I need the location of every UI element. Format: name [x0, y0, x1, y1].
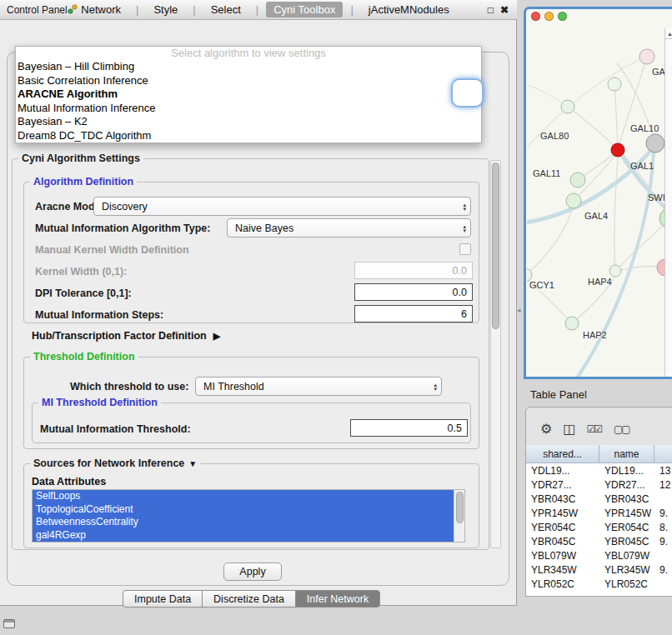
which-threshold-label: Which threshold to use: — [70, 381, 188, 392]
dpi-tolerance-field[interactable]: 0.0 — [354, 283, 473, 301]
selected-value: Discovery — [102, 201, 148, 212]
table-row[interactable]: YDR27...YDR27...12 — [526, 478, 672, 492]
mi-algorithm-type-label: Mutual Information Algorithm Type: — [35, 222, 210, 234]
tab-separator: | — [350, 3, 353, 16]
table-cell: YPR145W — [526, 508, 599, 519]
group-legend: MI Threshold Definition — [38, 397, 161, 408]
minimize-button[interactable] — [544, 12, 554, 21]
table-cell: 8. — [654, 522, 672, 533]
network-edge — [614, 84, 618, 144]
apply-button[interactable]: Apply — [223, 562, 282, 581]
kernel-width-field[interactable]: 0.0 — [354, 262, 473, 279]
gear-icon[interactable]: ⚙ — [540, 422, 550, 436]
network-node[interactable] — [611, 143, 624, 157]
node-label-gal8: GAL8 — [652, 67, 665, 77]
network-canvas[interactable]: GAL8GAL80GAL10GAL1GAL11SWI4GAL4GCY1HAP4H… — [527, 28, 665, 377]
table-cell: YPR145W — [599, 508, 654, 519]
combo-arrows-icon: ▴▾ — [434, 382, 437, 391]
attribute-item-gal4rgexp[interactable]: gal4RGexp — [33, 529, 464, 542]
network-node[interactable] — [609, 265, 621, 277]
network-tab-icon — [68, 4, 78, 14]
algorithm-option-aracne-algorithm[interactable]: ARACNE Algorithm — [16, 88, 481, 102]
algorithm-option-mutual-information-inference[interactable]: Mutual Information Inference — [16, 102, 481, 116]
bottom-tab-discretize-data[interactable]: Discretize Data — [202, 590, 296, 608]
table-row[interactable]: YER054CYER054C8. — [526, 520, 672, 534]
data-attributes-label: Data Attributes — [32, 476, 106, 488]
kernel-width-label: Kernel Width (0,1): — [35, 266, 127, 278]
manual-kernel-width-label: Manual Kernel Width Definition — [35, 244, 189, 256]
network-scrollbar[interactable]: ▲ — [664, 28, 672, 377]
dropdown-placeholder: Select algorithm to view settings — [16, 47, 481, 60]
scroll-up-icon[interactable]: ▲ — [665, 28, 672, 39]
attribute-item-topologicalcoefficient[interactable]: TopologicalCoefficient — [33, 503, 464, 517]
list-scrollbar-thumb[interactable] — [456, 492, 464, 523]
tab-style[interactable]: Style — [146, 2, 185, 18]
network-node[interactable] — [608, 78, 621, 91]
data-attributes-list[interactable]: SelfLoopsTopologicalCoefficientBetweenne… — [32, 489, 465, 542]
which-threshold-select[interactable]: MI Threshold ▴▾ — [195, 377, 442, 396]
bottom-tab-infer-network[interactable]: Infer Network — [295, 590, 380, 608]
node-label-gal10: GAL10 — [630, 123, 659, 133]
node-label-gal11: GAL11 — [533, 168, 560, 178]
list-scrollbar[interactable] — [454, 490, 464, 542]
tab-jactivemnodules[interactable]: jActiveMNodules — [361, 2, 457, 18]
select-all-columns-icon[interactable]: ☑☑ — [586, 424, 601, 434]
network-node[interactable] — [639, 49, 654, 64]
hub-definition-label: Hub/Transcription Factor Definition — [32, 330, 207, 342]
deselect-columns-icon[interactable]: ▢▢ — [614, 424, 629, 434]
hub-definition-expander[interactable]: Hub/Transcription Factor Definition ▶ — [32, 330, 220, 342]
tab-select[interactable]: Select — [203, 2, 248, 18]
table-row[interactable]: YBR043CYBR043C — [526, 492, 672, 506]
dpi-tolerance-label: DPI Tolerance [0,1]: — [35, 288, 132, 299]
algorithm-option-bayesian-k2[interactable]: Bayesian – K2 — [16, 115, 481, 129]
mi-algorithm-type-select[interactable]: Naive Bayes ▴▾ — [227, 218, 471, 238]
tab-separator: | — [256, 3, 258, 16]
table-cell: YDL19... — [599, 465, 654, 477]
settings-scrollbar[interactable] — [490, 160, 501, 548]
column-header-shared-[interactable]: shared... — [526, 445, 599, 462]
network-node[interactable] — [566, 193, 581, 208]
column-header-name[interactable]: name — [599, 445, 654, 462]
table-row[interactable]: YDL19...YDL19...13 — [526, 463, 672, 478]
table-body: YDL19...YDL19...13YDR27...YDR27...12YBR0… — [526, 463, 672, 596]
attribute-item-selfloops[interactable]: SelfLoops — [33, 490, 464, 503]
tab-label: Select — [211, 3, 241, 16]
algorithm-option-basic-correlation-inference[interactable]: Basic Correlation Inference — [16, 74, 481, 88]
manual-kernel-width-checkbox[interactable] — [459, 243, 471, 255]
tab-cyni-toolbox[interactable]: Cyni Toolbox — [266, 2, 343, 18]
table-row[interactable]: YLR345WYLR345W9. — [526, 562, 672, 577]
aracne-mode-select[interactable]: Discovery ▴▾ — [93, 197, 471, 216]
minimized-panel-icon[interactable] — [3, 619, 15, 628]
algorithm-combobox-fragment[interactable] — [453, 80, 482, 106]
table-row[interactable]: YPR145WYPR145W9. — [526, 506, 672, 520]
close-button[interactable] — [531, 12, 540, 21]
column-header-2[interactable] — [654, 445, 672, 462]
table-cell: YDR27... — [526, 479, 599, 491]
mi-steps-field[interactable]: 6 — [354, 305, 473, 322]
table-panel-title: Table Panel — [530, 388, 587, 401]
mi-threshold-field[interactable]: 0.5 — [350, 419, 468, 437]
attribute-item-betweennesscentrality[interactable]: BetweennessCentrality — [33, 516, 464, 529]
selected-value: MI Threshold — [203, 381, 264, 392]
table-row[interactable]: YLR052CYLR052C — [526, 577, 672, 591]
network-node[interactable] — [561, 100, 574, 113]
sources-expander[interactable]: Sources for Network Inference▼ — [30, 458, 200, 469]
table-row[interactable]: YBR045CYBR045C9. — [526, 534, 672, 548]
column-chooser-icon[interactable]: ◫ — [563, 422, 574, 436]
tab-label: jActiveMNodules — [369, 3, 449, 16]
table-cell: YBR043C — [599, 493, 654, 505]
algorithm-option-dream8-dc-tdc-algorithm[interactable]: Dream8 DC_TDC Algorithm — [16, 129, 481, 143]
tab-network[interactable]: Network — [60, 2, 128, 18]
bottom-tab-impute-data[interactable]: Impute Data — [123, 590, 203, 608]
zoom-button[interactable] — [558, 12, 567, 21]
algorithm-option-bayesian-hill-climbing[interactable]: Bayesian – Hill Climbing — [16, 60, 481, 74]
network-node[interactable] — [646, 134, 664, 152]
network-node[interactable] — [565, 317, 579, 330]
table-cell: YLR345W — [599, 564, 654, 576]
panel-divider-arrow-icon[interactable]: ◂ — [517, 306, 521, 314]
settings-scrollbar-thumb[interactable] — [492, 162, 499, 329]
table-cell: YLR052C — [599, 578, 654, 590]
table-row[interactable]: YBL079WYBL079W — [526, 548, 672, 562]
network-node[interactable] — [570, 172, 585, 188]
table-cell: YDL19... — [526, 465, 599, 477]
